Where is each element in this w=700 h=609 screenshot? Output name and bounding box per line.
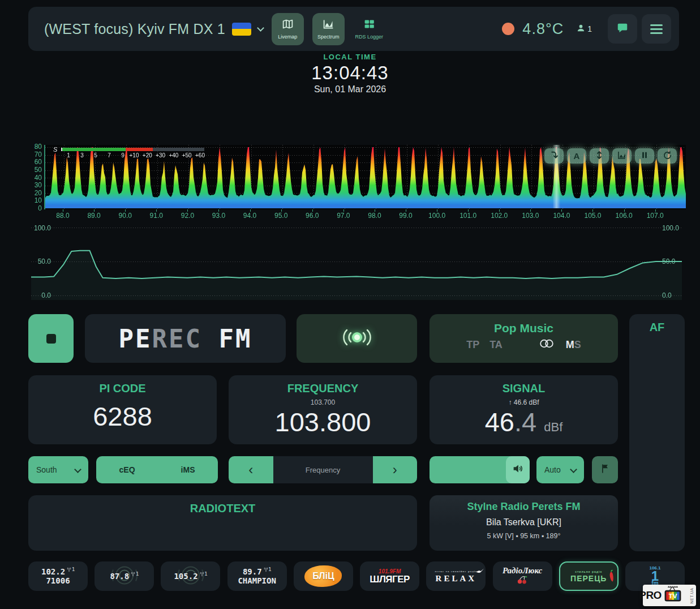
- spectrum-y-tick: 60: [25, 158, 42, 166]
- station-name: Stylne Radio Perets FM: [430, 501, 618, 513]
- status-dot: [502, 23, 514, 35]
- spectrum-x-tick: 104.0: [549, 212, 573, 220]
- ms-flag: MS: [566, 339, 581, 351]
- chevron-down-icon: [257, 24, 264, 32]
- preset-button-3[interactable]: 105.21: [161, 561, 220, 591]
- vertical-zoom-button[interactable]: [590, 148, 609, 164]
- volume-knob[interactable]: [506, 456, 530, 483]
- frequency-label: FREQUENCY: [229, 382, 417, 395]
- tv-icon: TV: [663, 586, 683, 605]
- history-y-tick: 0.0: [29, 291, 51, 299]
- spectrum-x-tick: 91.0: [144, 212, 168, 220]
- speaker-icon: [512, 462, 524, 477]
- preset-button-8[interactable]: РадіоЛюкс: [493, 561, 552, 591]
- graph-style-button[interactable]: [612, 148, 632, 164]
- spectrum-x-tick: 92.0: [175, 212, 199, 220]
- s-meter-tick: +20: [143, 152, 152, 158]
- radiotext-panel: RADIOTEXT: [28, 495, 417, 551]
- fmdx-webserver-app: (WEST focus) Kyiv FM DX 1 Livemap Spectr…: [0, 0, 700, 609]
- hamburger-icon: [650, 24, 663, 34]
- perets-logo: стильне радіоПЕРЕЦЬ: [570, 571, 607, 582]
- s-meter-bar: [61, 148, 204, 151]
- arrow-up-icon: ↑: [508, 398, 513, 406]
- preset-button-4[interactable]: 89.71CHAMPION: [227, 561, 287, 591]
- frequency-up-button[interactable]: ›: [373, 456, 418, 483]
- arrow-curve-down-icon: [549, 150, 559, 162]
- radio-lux-logo: РадіоЛюкс: [503, 567, 542, 586]
- rds-logger-button[interactable]: RDS Logger: [353, 13, 385, 45]
- spectrum-x-tick: 103.0: [518, 212, 542, 220]
- menu-button[interactable]: [642, 14, 671, 44]
- frequency-input[interactable]: [273, 456, 373, 483]
- flag-icon: [599, 463, 611, 477]
- spectrum-x-tick: 101.0: [456, 212, 480, 220]
- preset-button-1[interactable]: 102.2171006: [28, 561, 88, 591]
- station-details: 5 kW [V] ▪ 95 km ▪ 189°: [430, 532, 618, 540]
- preset-button-5[interactable]: БЛіЦ: [294, 561, 353, 591]
- relax-logo: легке та спокійне радіоRELAX: [435, 570, 478, 583]
- antenna-icon: [263, 567, 269, 572]
- stereo-signal-icon: [338, 326, 376, 351]
- history-y-tick: 50.0: [29, 258, 51, 265]
- livemap-label: Livemap: [278, 34, 297, 40]
- arrow-up-down-icon: [594, 150, 604, 162]
- s-meter-tick: 9: [121, 152, 124, 158]
- bandwidth-select[interactable]: Auto: [536, 456, 584, 483]
- shift-down-button[interactable]: [544, 148, 564, 164]
- chat-button[interactable]: [608, 14, 637, 44]
- preset-button-9[interactable]: стильне радіоПЕРЕЦЬ: [559, 561, 619, 591]
- spectrum-button[interactable]: Spectrum: [312, 13, 345, 45]
- preset-pi: 71006: [46, 576, 70, 585]
- top-bar: (WEST focus) Kyiv FM DX 1 Livemap Spectr…: [28, 7, 679, 51]
- livemap-button[interactable]: Livemap: [272, 13, 304, 45]
- antenna-select[interactable]: South: [28, 456, 88, 483]
- antenna-select-value: South: [36, 465, 57, 474]
- play-stop-button[interactable]: [28, 314, 74, 363]
- spectrum-y-tick: 70: [25, 151, 42, 158]
- rds-logger-label: RDS Logger: [355, 34, 384, 40]
- blitz-logo: БЛіЦ: [304, 565, 342, 587]
- local-date: Sun, 01 Mar 2026: [0, 84, 700, 95]
- spectrum-y-tick: 20: [25, 189, 42, 197]
- spectrum-x-tick: 100.0: [425, 212, 449, 220]
- chart-icon: [323, 18, 334, 32]
- autoscale-button[interactable]: A: [567, 148, 586, 164]
- preset-frequency: 102.21: [41, 567, 75, 576]
- volume-slider[interactable]: [430, 456, 530, 483]
- s-meter-tick: 3: [80, 152, 84, 158]
- spectrum-y-tick: 30: [25, 181, 42, 189]
- protv-net-text: NET.UA: [690, 587, 694, 603]
- spectrum-x-tick: 94.0: [238, 212, 262, 220]
- frequency-down-button[interactable]: ‹: [229, 456, 273, 483]
- map-icon: [282, 18, 294, 32]
- preset-pi: CHAMPION: [238, 576, 276, 585]
- stereo-indicator-panel[interactable]: [297, 314, 417, 363]
- table-icon: [363, 18, 375, 32]
- signal-history-graph: [31, 224, 682, 300]
- spectrum-x-tick: 88.0: [51, 212, 75, 220]
- preset-button-7[interactable]: легке та спокійне радіоRELAX: [426, 561, 486, 591]
- s-meter-tick: +60: [195, 152, 205, 158]
- ims-toggle[interactable]: iMS: [181, 465, 195, 474]
- chat-icon: [616, 22, 629, 36]
- station-location: Bila Tserkva [UKR]: [430, 517, 618, 527]
- signal-label: SIGNAL: [430, 382, 618, 395]
- preset-frequency: 87.81: [110, 572, 139, 581]
- server-selector[interactable]: (WEST focus) Kyiv FM DX 1: [44, 21, 263, 37]
- preset-button-2[interactable]: 87.81: [95, 561, 154, 591]
- preset-button-6[interactable]: 101.9FMШЛЯГЕР: [360, 561, 419, 591]
- s-meter-tick: 5: [94, 152, 97, 158]
- chart-icon: [617, 150, 627, 162]
- flag-button[interactable]: [592, 456, 618, 483]
- person-icon: [576, 23, 586, 35]
- pause-button[interactable]: [635, 148, 654, 164]
- preset-frequency: 105.21: [174, 572, 207, 581]
- spectrum-x-tick: 102.0: [487, 212, 511, 220]
- refresh-button[interactable]: [658, 148, 677, 164]
- stereo-icon: [538, 338, 556, 351]
- spectrum-x-tick: 107.0: [643, 212, 667, 220]
- spectrum-y-tick: 0: [25, 204, 42, 212]
- station-info-panel[interactable]: Stylne Radio Perets FM Bila Tserkva [UKR…: [430, 495, 618, 551]
- previous-frequency: 103.700: [229, 398, 417, 406]
- eq-toggle[interactable]: cEQ: [119, 465, 135, 474]
